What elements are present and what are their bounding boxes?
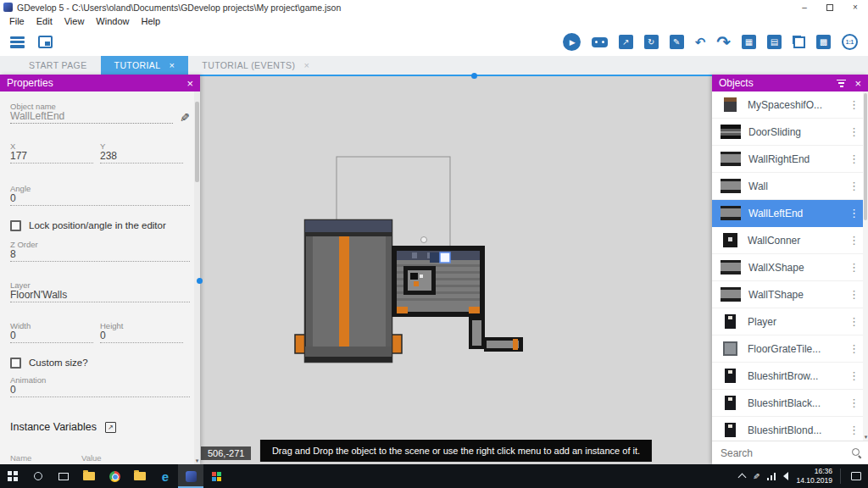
app-grid-icon xyxy=(212,472,221,481)
tab-tutorial[interactable]: TUTORIAL × xyxy=(101,56,189,75)
close-icon[interactable]: × xyxy=(854,77,861,90)
object-menu-icon[interactable]: ⋮ xyxy=(847,207,861,219)
refresh-preview-icon[interactable]: ↻ xyxy=(644,35,659,49)
publish-icon[interactable]: ↗ xyxy=(619,35,633,49)
width-field[interactable]: 0 xyxy=(10,330,93,343)
object-item-blueshirtbrow[interactable]: BlueshirtBrow... ⋮ xyxy=(712,363,868,390)
edge-button[interactable]: e xyxy=(153,464,178,488)
action-center-icon[interactable] xyxy=(851,472,861,480)
object-menu-icon[interactable]: ⋮ xyxy=(847,342,861,355)
chrome-button[interactable] xyxy=(102,464,127,488)
angle-field[interactable]: 0 xyxy=(10,192,190,206)
open-instance-variables-button[interactable]: ↗ xyxy=(105,422,116,433)
object-item-wallleftend[interactable]: WallLeftEnd ⋮ xyxy=(712,200,868,227)
project-manager-icon[interactable] xyxy=(10,36,25,48)
debugger-icon[interactable] xyxy=(592,37,608,47)
object-menu-icon[interactable]: ⋮ xyxy=(847,315,861,328)
instances-list-icon[interactable]: ▤ xyxy=(767,35,782,49)
scene-editor-icon[interactable] xyxy=(38,36,53,48)
toolbar: ▶ ↗ ↻ ✎ ↶ ↷ ▦ ▤ ▩ 1:1 xyxy=(0,28,868,56)
layer-label: Layer xyxy=(10,280,190,289)
object-item-walltshape[interactable]: WallTShape ⋮ xyxy=(712,281,868,308)
object-menu-icon[interactable]: ⋮ xyxy=(847,180,861,192)
object-item-blueshirtblond[interactable]: BlueshirtBlond... ⋮ xyxy=(712,417,868,441)
tab-tutorial-events[interactable]: TUTORIAL (EVENTS) × xyxy=(188,56,323,75)
task-view-button[interactable] xyxy=(51,464,76,488)
toggle-grid-icon[interactable]: ▦ xyxy=(742,35,756,49)
object-menu-icon[interactable]: ⋮ xyxy=(847,261,861,274)
object-name-field[interactable]: WallLeftEnd xyxy=(10,110,173,124)
object-menu-icon[interactable]: ⋮ xyxy=(847,369,861,382)
object-menu-icon[interactable]: ⋮ xyxy=(847,98,861,111)
start-button[interactable] xyxy=(0,464,25,488)
tab-label: TUTORIAL (EVENTS) xyxy=(202,60,295,70)
object-item-floorgratetile[interactable]: FloorGrateTile... ⋮ xyxy=(712,336,868,363)
close-icon[interactable]: × xyxy=(186,77,193,90)
object-menu-icon[interactable]: ⋮ xyxy=(847,234,861,247)
object-item-doorsliding[interactable]: DoorSliding ⋮ xyxy=(712,119,868,146)
spaceship-corridor xyxy=(469,317,523,352)
character-thumbnail-icon xyxy=(725,369,736,383)
scroll-down-icon[interactable]: ▾ xyxy=(194,458,200,463)
file-explorer-button[interactable] xyxy=(76,464,102,488)
scrollbar-thumb[interactable] xyxy=(864,93,867,220)
system-tray: ✎ 16:36 14.10.2019 xyxy=(739,464,868,488)
height-field[interactable]: 0 xyxy=(100,330,183,343)
maximize-button[interactable] xyxy=(817,0,843,14)
object-menu-icon[interactable]: ⋮ xyxy=(847,125,861,138)
minimize-button[interactable]: – xyxy=(792,0,817,14)
taskbar-clock[interactable]: 16:36 14.10.2019 xyxy=(796,467,832,485)
layers-icon[interactable] xyxy=(793,36,805,48)
menu-help[interactable]: Help xyxy=(135,14,166,28)
folder-button[interactable] xyxy=(127,464,153,488)
y-field[interactable]: 238 xyxy=(100,150,183,164)
zoom-reset-icon[interactable]: 1:1 xyxy=(842,34,858,50)
object-item-player[interactable]: Player ⋮ xyxy=(712,308,868,336)
tab-start-page[interactable]: START PAGE xyxy=(15,56,101,75)
filter-icon[interactable] xyxy=(837,80,846,87)
edit-pencil-icon[interactable]: ✎ xyxy=(180,112,190,124)
scene-editor-canvas[interactable]: 506,-271 Drag and Drop the object to the… xyxy=(200,75,712,464)
object-item-wallxshape[interactable]: WallXShape ⋮ xyxy=(712,254,868,281)
object-item-wall[interactable]: Wall ⋮ xyxy=(712,173,868,200)
objects-scrollbar[interactable]: ▾ xyxy=(863,92,868,441)
edit-scene-icon[interactable]: ✎ xyxy=(670,35,684,49)
wall-thumbnail-icon xyxy=(721,206,741,220)
search-input[interactable] xyxy=(721,447,852,459)
scroll-down-icon[interactable]: ▾ xyxy=(863,434,868,440)
object-menu-icon[interactable]: ⋮ xyxy=(847,152,861,165)
custom-size-checkbox[interactable] xyxy=(10,358,21,369)
pen-tray-icon[interactable]: ✎ xyxy=(753,472,760,481)
scrollbar-thumb[interactable] xyxy=(195,102,199,182)
object-item-blueshirtblack[interactable]: BlueshirtBlack... ⋮ xyxy=(712,390,868,417)
lock-position-checkbox[interactable] xyxy=(10,220,21,231)
animation-field[interactable]: 0 xyxy=(10,384,190,397)
gdevelop-taskbar-button[interactable] xyxy=(178,464,203,488)
layer-select[interactable]: FloorN'Walls xyxy=(10,289,190,302)
grid-setup-icon[interactable]: ▩ xyxy=(816,35,831,49)
object-menu-icon[interactable]: ⋮ xyxy=(847,288,861,301)
undo-icon[interactable]: ↶ xyxy=(695,36,706,48)
animation-label: Animation xyxy=(10,375,190,384)
object-item-myspaceship[interactable]: MySpaceshifO... ⋮ xyxy=(712,92,868,119)
taskbar-search-button[interactable] xyxy=(25,464,51,488)
z-order-field[interactable]: 8 xyxy=(10,248,190,262)
hidden-icons-chevron-icon[interactable] xyxy=(737,474,746,482)
close-icon[interactable]: × xyxy=(170,60,175,70)
menu-view[interactable]: View xyxy=(58,14,91,28)
network-icon[interactable] xyxy=(767,473,776,480)
app-grid-button[interactable] xyxy=(203,464,229,488)
close-icon[interactable]: × xyxy=(303,60,309,70)
object-menu-icon[interactable]: ⋮ xyxy=(847,396,861,409)
object-item-wallrightend[interactable]: WallRightEnd ⋮ xyxy=(712,146,868,173)
redo-icon[interactable]: ↷ xyxy=(716,34,731,51)
x-field[interactable]: 177 xyxy=(10,150,93,164)
close-button[interactable]: × xyxy=(843,0,868,14)
preview-play-icon[interactable]: ▶ xyxy=(563,33,581,51)
volume-icon[interactable] xyxy=(783,472,788,480)
object-item-wallconner[interactable]: WallConner ⋮ xyxy=(712,227,868,254)
menu-edit[interactable]: Edit xyxy=(31,14,58,28)
menu-file[interactable]: File xyxy=(3,14,31,28)
menu-window[interactable]: Window xyxy=(90,14,135,28)
object-menu-icon[interactable]: ⋮ xyxy=(847,424,861,436)
